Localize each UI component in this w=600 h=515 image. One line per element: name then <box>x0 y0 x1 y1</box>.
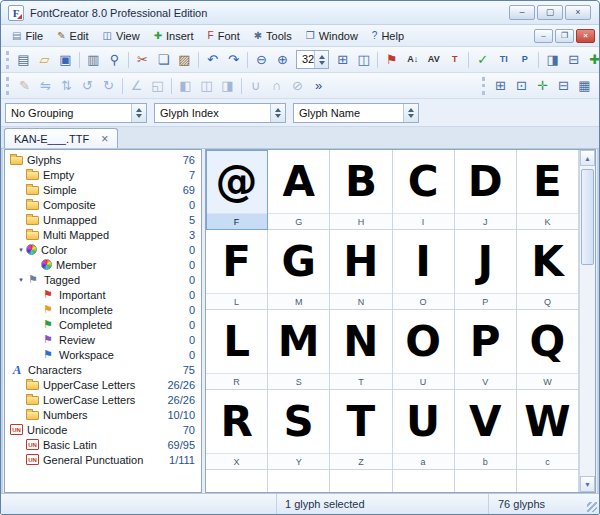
menu-help[interactable]: ? Help <box>365 25 411 46</box>
preview-text-icon[interactable]: AV <box>423 50 444 70</box>
mdi-minimize-button[interactable]: – <box>534 29 553 43</box>
tree-item-simple[interactable]: Simple 69 <box>5 182 201 197</box>
scrollbar-track[interactable] <box>580 166 595 476</box>
expand-arrow-icon[interactable]: ▾ <box>16 246 26 253</box>
document-tab[interactable]: KAN-E___.TTF × <box>4 128 118 148</box>
flip-horizontal-icon[interactable]: ⇋ <box>35 76 56 96</box>
glyph-overview-icon[interactable]: ▦ <box>574 76 595 96</box>
tree-item-basic-latin[interactable]: UN Basic Latin 69/95 <box>5 437 201 452</box>
glyph-cell-R[interactable]: L R <box>206 310 268 390</box>
align-left-icon[interactable]: ◧ <box>175 76 196 96</box>
align-right-icon[interactable]: ◨ <box>217 76 238 96</box>
toolbar-separator[interactable] <box>128 52 129 68</box>
glyph-cell-a[interactable]: U a <box>393 390 455 470</box>
zoom-in-icon[interactable]: ⊕ <box>272 50 293 70</box>
toolbar-separator[interactable] <box>468 52 469 68</box>
metrics-table-icon[interactable]: ⊟ <box>563 50 584 70</box>
search-icon[interactable]: ⚲ <box>104 50 125 70</box>
tree-item-important[interactable]: ⚑ Important 0 <box>5 287 201 302</box>
glyph-cell-J[interactable]: D J <box>455 150 517 230</box>
tree-item-uppercase[interactable]: UpperCase Letters 26/26 <box>5 377 201 392</box>
menu-window[interactable]: ❐ Window <box>299 25 365 46</box>
paste-icon[interactable]: ▨ <box>174 50 195 70</box>
combo-dropdown-button[interactable] <box>403 104 418 122</box>
redo-icon[interactable]: ↷ <box>223 50 244 70</box>
font-size-spin-up-icon[interactable] <box>319 52 325 59</box>
expand-arrow-icon[interactable]: ▾ <box>16 276 26 283</box>
minimize-button[interactable]: – <box>509 5 535 20</box>
glyph-cell-next[interactable] <box>330 470 392 492</box>
glyph-cell-U[interactable]: O U <box>393 310 455 390</box>
glyph-cell-c[interactable]: W c <box>517 390 579 470</box>
vertical-scrollbar[interactable]: ▲ ▼ <box>579 150 595 492</box>
tree-item-lowercase[interactable]: LowerCase Letters 26/26 <box>5 392 201 407</box>
tree-item-composite[interactable]: Composite 0 <box>5 197 201 212</box>
menu-font[interactable]: F Font <box>201 25 247 46</box>
tree-item-unmapped[interactable]: Unmapped 5 <box>5 212 201 227</box>
glyph-cell-next[interactable] <box>517 470 579 492</box>
rotate-ccw-icon[interactable]: ↺ <box>77 76 98 96</box>
compare-view-icon[interactable]: ◫ <box>353 50 374 70</box>
sort-order-combo[interactable]: Glyph Index <box>154 103 286 123</box>
validate-font-icon[interactable]: ✓ <box>472 50 493 70</box>
instructions-icon[interactable]: TI <box>493 50 514 70</box>
snap-to-grid-icon[interactable]: ⊟ <box>553 76 574 96</box>
contour-mode-icon[interactable]: ✎ <box>14 76 35 96</box>
glyph-cell-V[interactable]: P V <box>455 310 517 390</box>
toolbar-overflow-chevron[interactable]: » <box>308 76 329 96</box>
menu-view[interactable]: ◫ View <box>96 25 147 46</box>
maximize-button[interactable]: ▢ <box>537 5 563 20</box>
glyph-cell-S[interactable]: M S <box>268 310 330 390</box>
menu-edit[interactable]: ✎ Edit <box>50 25 95 46</box>
new-font-icon[interactable]: ▤ <box>13 50 34 70</box>
skew-icon[interactable]: ∠ <box>126 76 147 96</box>
insert-character-icon[interactable]: ✚ <box>584 50 600 70</box>
menu-tools[interactable]: ✱ Tools <box>247 25 299 46</box>
toolbar-separator[interactable] <box>122 78 123 94</box>
combo-dropdown-button[interactable] <box>270 104 285 122</box>
menu-file[interactable]: ▤ File <box>5 25 50 46</box>
open-font-icon[interactable]: ▱ <box>34 50 55 70</box>
union-contours-icon[interactable]: ∪ <box>245 76 266 96</box>
print-icon[interactable]: ▥ <box>83 50 104 70</box>
glyph-cell-P[interactable]: J P <box>455 230 517 310</box>
zoom-out-icon[interactable]: ⊖ <box>251 50 272 70</box>
glyph-cell-F[interactable]: @ F <box>206 150 268 230</box>
glyph-cell-W[interactable]: Q W <box>517 310 579 390</box>
glyph-cell-T[interactable]: N T <box>330 310 392 390</box>
tab-close-icon[interactable]: × <box>101 133 108 145</box>
tree-item-multi-mapped[interactable]: Multi Mapped 3 <box>5 227 201 242</box>
tree-item-completed[interactable]: ⚑ Completed 0 <box>5 317 201 332</box>
close-button[interactable]: × <box>565 5 591 20</box>
show-grid-icon[interactable]: ⊞ <box>490 76 511 96</box>
flip-vertical-icon[interactable]: ⇅ <box>56 76 77 96</box>
grid-view-icon[interactable]: ⊞ <box>332 50 353 70</box>
undo-icon[interactable]: ↶ <box>202 50 223 70</box>
glyph-cell-L[interactable]: F L <box>206 230 268 310</box>
glyph-cell-b[interactable]: V b <box>455 390 517 470</box>
tree-item-glyphs[interactable]: Glyphs 76 <box>5 152 201 167</box>
scale-icon[interactable]: ◱ <box>147 76 168 96</box>
tree-item-general-punctuation[interactable]: UN General Punctuation 1/111 <box>5 452 201 467</box>
properties-icon[interactable]: P <box>514 50 535 70</box>
flag-glyph-icon[interactable]: ⚑ <box>381 50 402 70</box>
glyph-cell-K[interactable]: E K <box>517 150 579 230</box>
rotate-cw-icon[interactable]: ↻ <box>98 76 119 96</box>
test-font-icon[interactable]: T <box>444 50 465 70</box>
toolbar-separator[interactable] <box>377 52 378 68</box>
sort-descending-icon[interactable]: A↓ <box>402 50 423 70</box>
tree-item-empty[interactable]: Empty 7 <box>5 167 201 182</box>
font-size-spinner[interactable] <box>314 51 328 68</box>
toolbar-drag-handle[interactable] <box>6 77 10 95</box>
glyph-cell-next[interactable] <box>206 470 268 492</box>
font-size-spin-down-icon[interactable] <box>319 61 325 68</box>
toolbar-separator[interactable] <box>538 52 539 68</box>
exclude-contours-icon[interactable]: ⊘ <box>287 76 308 96</box>
intersect-contours-icon[interactable]: ∩ <box>266 76 287 96</box>
grouping-combo[interactable]: No Grouping <box>5 103 147 123</box>
glyph-cell-Q[interactable]: K Q <box>517 230 579 310</box>
glyph-cell-O[interactable]: I O <box>393 230 455 310</box>
tree-item-characters[interactable]: A Characters 75 <box>5 362 201 377</box>
glyph-cell-G[interactable]: A G <box>268 150 330 230</box>
scroll-down-icon[interactable]: ▼ <box>580 476 595 492</box>
